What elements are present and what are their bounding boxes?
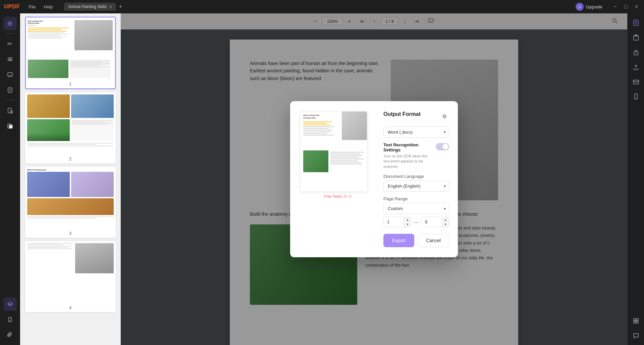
upgrade-label: Upgrade [586, 4, 602, 9]
svg-line-10 [12, 113, 13, 114]
right-icon-expand[interactable] [630, 315, 642, 327]
left-sidebar: ⊞ ✏ [0, 13, 20, 345]
sidebar-divider-2 [5, 100, 15, 100]
new-tab-button[interactable]: + [116, 3, 125, 10]
sidebar-icon-attach[interactable] [3, 328, 17, 342]
sidebar-icon-extract[interactable] [3, 119, 17, 133]
sidebar-icon-comment[interactable] [3, 68, 17, 81]
range-row: ▲ ▼ — ▲ ▼ [383, 217, 449, 227]
preview-top: How to Draw OurFavorite Pets [301, 112, 367, 148]
cancel-button[interactable]: Cancel [418, 234, 449, 247]
close-button[interactable]: × [633, 4, 640, 10]
right-icon-upload[interactable] [630, 61, 642, 73]
modal-preview-section: How to Draw OurFavorite Pets [300, 111, 375, 247]
preview-right-text [330, 150, 364, 172]
sidebar-icon-pages[interactable] [3, 83, 17, 97]
sidebar-icon-search-doc[interactable] [3, 104, 17, 117]
thumbnail-label-3: 3 [25, 229, 116, 238]
right-sidebar-bottom [630, 315, 642, 342]
document-language-label: Document Language [383, 174, 449, 179]
language-select[interactable]: English (English) French (Français) Span… [383, 181, 449, 192]
modal-footer: Export Cancel [383, 234, 449, 247]
tab-close-icon[interactable]: × [109, 4, 112, 9]
right-icon-clipboard[interactable] [630, 31, 642, 44]
page-range-label: Page Range [383, 196, 449, 201]
svg-rect-0 [8, 58, 12, 58]
settings-gear-button[interactable]: ⚙ [440, 112, 449, 121]
thumbnail-3[interactable]: Different Painting Styles 3 [25, 167, 116, 238]
range-from-up-button[interactable]: ▲ [404, 217, 411, 222]
tab-bar: Animal Painting Skills × + [64, 3, 570, 11]
preview-dog-image [342, 112, 367, 140]
modal-overlay: How to Draw OurFavorite Pets [121, 13, 627, 345]
ocr-toggle[interactable] [436, 143, 449, 150]
upgrade-button[interactable]: U Upgrade [576, 3, 602, 11]
right-icon-mail[interactable] [630, 76, 642, 88]
page-range-select[interactable]: All Pages Custom Odd Pages Even Pages [383, 203, 449, 214]
right-icon-mobile[interactable] [630, 90, 642, 102]
right-icon-lock[interactable] [630, 46, 642, 58]
range-from-down-button[interactable]: ▼ [404, 222, 411, 227]
svg-rect-8 [8, 108, 11, 113]
range-from-spinners: ▲ ▼ [404, 217, 411, 227]
range-to-spinners: ▲ ▼ [442, 217, 449, 227]
range-from-field[interactable] [384, 217, 404, 227]
sidebar-bottom [3, 297, 17, 342]
svg-rect-1 [8, 59, 12, 60]
sidebar-icon-list[interactable] [3, 53, 17, 66]
main-layout: ⊞ ✏ [0, 13, 644, 345]
ocr-description: Turn on the OCR when the document appear… [383, 154, 432, 169]
svg-rect-29 [636, 319, 638, 321]
svg-rect-30 [634, 321, 636, 323]
thumbnail-1[interactable]: How to Draw OurFavorite Pets subtitle te… [25, 17, 116, 89]
modal-title: Output Format [383, 111, 421, 117]
language-select-wrapper: English (English) French (Français) Span… [383, 181, 449, 192]
sidebar-icon-grid[interactable]: ⊞ [3, 17, 17, 30]
menu-help[interactable]: Help [41, 3, 56, 11]
format-select-wrapper: Word (.docx) Excel (.xlsx) PowerPoint (.… [383, 127, 449, 138]
minimize-button[interactable]: − [612, 4, 619, 10]
thumbnail-2[interactable]: 2 [25, 92, 116, 163]
maximize-button[interactable]: □ [623, 4, 629, 10]
sidebar-icon-layers[interactable] [3, 297, 17, 311]
modal-layout: How to Draw OurFavorite Pets [300, 111, 448, 247]
svg-rect-24 [634, 52, 638, 55]
right-icon-chat[interactable] [630, 330, 642, 342]
menu-file[interactable]: File [25, 3, 39, 11]
range-from-input: ▲ ▼ [383, 217, 411, 227]
range-to-up-button[interactable]: ▲ [442, 217, 449, 222]
tab-title: Animal Painting Skills [68, 4, 107, 9]
window-controls: − □ × [612, 4, 640, 10]
page-range-row: Page Range All Pages Custom Odd Pages Ev… [383, 196, 449, 227]
thumbnail-label-4: 4 [25, 303, 116, 312]
right-icon-export-word[interactable] [630, 17, 642, 29]
format-select[interactable]: Word (.docx) Excel (.xlsx) PowerPoint (.… [383, 127, 449, 138]
range-dash: — [414, 219, 419, 225]
thumbnail-panel: How to Draw OurFavorite Pets subtitle te… [20, 13, 121, 345]
titlebar-right: U Upgrade − □ × [576, 3, 640, 11]
range-to-field[interactable] [422, 217, 442, 227]
svg-rect-25 [633, 80, 639, 84]
range-to-down-button[interactable]: ▼ [442, 222, 449, 227]
ocr-title: Text Recognition Settings [383, 142, 432, 152]
svg-rect-2 [8, 60, 12, 61]
user-avatar: U [576, 3, 584, 11]
svg-point-27 [636, 98, 636, 99]
sidebar-icon-edit[interactable]: ✏ [3, 37, 17, 51]
thumbnail-label-1: 1 [26, 79, 115, 88]
sidebar-divider-1 [5, 33, 15, 34]
svg-rect-12 [9, 125, 12, 128]
export-button[interactable]: Export [383, 234, 414, 247]
sidebar-icon-bookmark[interactable] [3, 313, 17, 326]
thumbnail-4[interactable]: 4 [25, 241, 116, 312]
range-to-input: ▲ ▼ [421, 217, 449, 227]
titlebar: UPDF File Help Animal Painting Skills × … [0, 0, 644, 13]
ocr-settings-row: Text Recognition Settings Turn on the OC… [383, 142, 449, 169]
document-language-row: Document Language English (English) Fren… [383, 174, 449, 192]
tab-animal-painting[interactable]: Animal Painting Skills × [64, 3, 116, 11]
free-tasks-label: Free Tasks: 0 / 2 [300, 194, 375, 198]
content-area: − 156% + ⇤ ↑ 1 / 9 ↓ ⇥ [121, 13, 627, 345]
preview-bottom [301, 148, 367, 174]
svg-rect-31 [636, 321, 638, 323]
right-sidebar [627, 13, 644, 345]
